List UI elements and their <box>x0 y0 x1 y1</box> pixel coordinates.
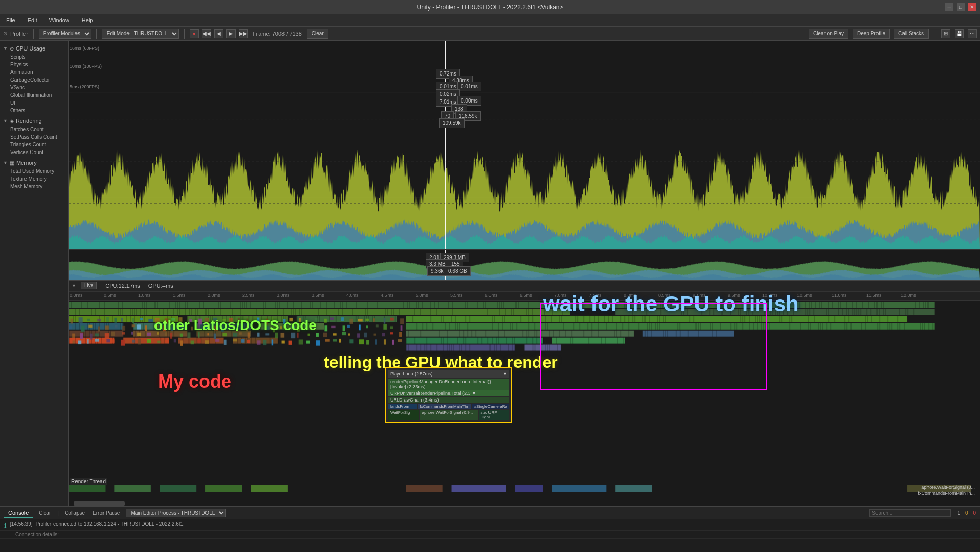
settings-icon[interactable]: ⋯ <box>968 29 977 38</box>
sidebar-item-vertices[interactable]: Vertices Count <box>0 148 68 156</box>
profiler-icon: ⊙ <box>3 31 7 36</box>
timeline-cpu-metric: CPU:12.17ms <box>105 283 140 289</box>
maximize-button[interactable]: □ <box>957 3 965 11</box>
sidebar-item-gi[interactable]: Global Illumination <box>0 91 68 99</box>
sidebar-header-memory[interactable]: ▼ ▦ Memory <box>0 158 68 167</box>
minimize-button[interactable]: ─ <box>945 3 953 11</box>
sidebar-item-triangles[interactable]: Triangles Count <box>0 141 68 148</box>
memory-arrow-icon: ▼ <box>3 160 8 165</box>
console-message-0[interactable]: ℹ [14:56:39] Profiler connected to 192.1… <box>0 520 980 531</box>
time-mark-6.5: 6.5ms <box>520 293 532 298</box>
clear-on-play-button[interactable]: Clear on Play <box>809 29 848 39</box>
profiler-modules-dropdown[interactable]: Profiler Modules <box>39 29 91 39</box>
timeline-live-button[interactable]: Live <box>81 282 97 289</box>
toolbar-sep-3 <box>184 29 185 39</box>
sidebar-item-batches[interactable]: Batches Count <box>0 126 68 133</box>
console-panel: Console Clear | Collapse Error Pause Mai… <box>0 506 980 552</box>
sidebar-item-gc[interactable]: GarbageCollector <box>0 76 68 84</box>
menu-window[interactable]: Window <box>47 16 71 24</box>
time-mark-10.5: 10.5ms <box>797 293 812 298</box>
cpu-profiler-chart <box>69 41 980 249</box>
sidebar-item-mesh-memory[interactable]: Mesh Memory <box>0 183 68 190</box>
timeline-scrollbar[interactable] <box>69 500 980 506</box>
sidebar-item-scripts[interactable]: Scripts <box>0 53 68 61</box>
prev-frame-button[interactable]: ◀ <box>214 29 223 38</box>
sidebar-item-physics[interactable]: Physics <box>0 61 68 68</box>
deep-profile-button[interactable]: Deep Profile <box>853 29 890 39</box>
time-mark-7.5: 7.5ms <box>589 293 602 298</box>
sidebar-item-vsync[interactable]: VSync <box>0 84 68 91</box>
menu-file[interactable]: File <box>4 16 17 24</box>
content-area: 16ms (60FPS) 10ms (100FPS) 5ms (200FPS) … <box>69 41 980 506</box>
profiler-label: Profiler <box>10 31 28 37</box>
sidebar-item-texture-memory[interactable]: Texture Memory <box>0 175 68 183</box>
scrollbar-thumb[interactable] <box>74 501 125 506</box>
console-error-count: 0 <box>973 510 976 516</box>
layout-icon[interactable]: ⊞ <box>941 29 950 38</box>
console-info-icon: ℹ <box>4 522 7 529</box>
detail-item-4b: aphore.WaitForSignal (0.9... <box>420 410 478 420</box>
detail-popup-arrow[interactable]: ▼ <box>503 371 507 377</box>
time-mark-0: 0.0ms <box>70 293 83 298</box>
timeline-area[interactable]: 0.0ms 0.5ms 1.0ms 1.5ms 2.0ms 2.5ms 3.0m… <box>69 291 980 500</box>
menu-help[interactable]: Help <box>80 16 95 24</box>
time-mark-4.0: 4.0ms <box>346 293 359 298</box>
console-text-0: Profiler connected to 192.168.1.224 - TH… <box>35 521 184 527</box>
memory-profiler-chart <box>69 250 980 280</box>
console-timestamp-0: [14:56:39] <box>10 521 32 527</box>
console-search-input[interactable] <box>869 509 951 517</box>
sidebar-item-total-memory[interactable]: Total Used Memory <box>0 167 68 175</box>
sidebar-item-setpass[interactable]: SetPass Calls Count <box>0 133 68 141</box>
menu-edit[interactable]: Edit <box>25 16 39 24</box>
title-bar: Unity - Profiler - THRUSTDOLL - 2022.2.6… <box>0 0 980 14</box>
sidebar-section-cpu: ▼ ⊙ CPU Usage Scripts Physics Animation … <box>0 43 68 115</box>
console-tab[interactable]: Console <box>4 509 33 518</box>
console-message-detail-0: Connection details: <box>0 531 980 539</box>
sidebar-item-others[interactable]: Others <box>0 107 68 114</box>
time-mark-1.0: 1.0ms <box>138 293 151 298</box>
console-clear-button[interactable]: Clear <box>37 509 53 517</box>
detail-popup[interactable]: PlayerLoop (2.57ms) ▼ renderPipelineMana… <box>385 367 512 423</box>
console-process-dropdown[interactable]: Main Editor Process - THRUSTDOLL <box>126 509 226 517</box>
save-icon[interactable]: 💾 <box>955 29 964 38</box>
rendering-arrow-icon: ▼ <box>3 118 8 123</box>
toolbar-sep-2 <box>96 29 97 39</box>
record-button[interactable]: ● <box>190 29 199 38</box>
detail-items-row2: WaitForSig aphore.WaitForSignal (0.9... … <box>388 410 509 420</box>
memory-icon: ▦ <box>10 160 14 166</box>
console-log-count: 1 <box>957 510 960 516</box>
sidebar-header-rendering[interactable]: ▼ ◈ Rendering <box>0 116 68 126</box>
sidebar-item-ui[interactable]: UI <box>0 99 68 107</box>
edit-mode-dropdown[interactable]: Edit Mode - THRUSTDOLL <box>102 29 179 39</box>
time-mark-0.5: 0.5ms <box>104 293 116 298</box>
next-frame-end-button[interactable]: ▶▶ <box>239 29 248 38</box>
sidebar-header-cpu[interactable]: ▼ ⊙ CPU Usage <box>0 44 68 53</box>
sidebar-item-animation[interactable]: Animation <box>0 68 68 76</box>
time-mark-11.5: 11.5ms <box>866 293 882 298</box>
next-frame-button[interactable]: ▶ <box>226 29 236 38</box>
timeline-collapse-icon[interactable]: ▼ <box>72 283 76 288</box>
detail-item-3b: fxCommandsFromMainThr <box>418 404 471 409</box>
render-thread-label: Render Thread <box>70 478 107 485</box>
prev-frame-start-button[interactable]: ◀◀ <box>202 29 211 38</box>
toolbar-sep-4 <box>935 29 935 39</box>
toolbar-right: Clear on Play Deep Profile Call Stacks ⊞… <box>809 29 977 39</box>
detail-item-3a: landsFrom <box>388 404 417 409</box>
detail-item-2: URI.DrawChain (3.4ms) <box>388 397 509 403</box>
memory-label: Memory <box>16 160 37 166</box>
time-mark-1.5: 1.5ms <box>173 293 186 298</box>
main-layout: ▼ ⊙ CPU Usage Scripts Physics Animation … <box>0 41 980 506</box>
memory-chart-area[interactable]: 2.01 GB 299.3 MB 3.3 MB 155 9.36k 0.68 G… <box>69 249 980 280</box>
cpu-chart-area[interactable]: 16ms (60FPS) 10ms (100FPS) 5ms (200FPS) … <box>69 41 980 249</box>
detail-items-row: landsFrom fxCommandsFromMainThr #SingleC… <box>388 404 509 409</box>
call-stacks-button[interactable]: Call Stacks <box>894 29 929 39</box>
console-error-pause-button[interactable]: Error Pause <box>91 509 122 517</box>
toolbar: ⊙ Profiler Profiler Modules Edit Mode - … <box>0 27 980 41</box>
sphere-wait-label: aphore.WaitForSignal (0... <box>921 485 975 490</box>
fx-commands-label: fxCommandsFromMainTh... <box>918 491 975 496</box>
cpu-icon: ⊙ <box>10 46 14 52</box>
console-collapse-button[interactable]: Collapse <box>63 509 87 517</box>
close-button[interactable]: ✕ <box>968 3 976 11</box>
console-detail-0: Connection details: <box>15 532 59 537</box>
clear-button[interactable]: Clear <box>307 29 328 39</box>
